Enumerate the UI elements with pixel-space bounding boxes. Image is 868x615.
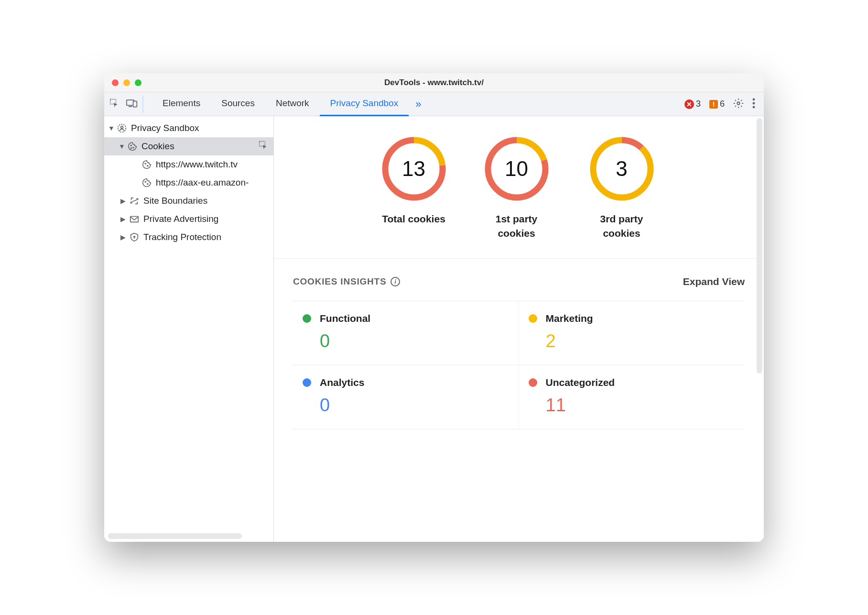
insights-title: COOKIES INSIGHTS i bbox=[293, 276, 400, 287]
chevron-right-icon: ▶ bbox=[120, 233, 127, 241]
main-panel: 13Total cookies101st party cookies33rd p… bbox=[274, 116, 764, 542]
insights-grid: Functional0Marketing2Analytics0Uncategor… bbox=[293, 301, 745, 429]
warnings-badge[interactable]: ! 6 bbox=[709, 99, 725, 109]
cookie-icon bbox=[141, 159, 152, 170]
svg-point-14 bbox=[147, 165, 148, 166]
summary-value: 3 bbox=[588, 135, 655, 202]
svg-point-9 bbox=[130, 145, 131, 146]
sidebar: ▼ Privacy Sandbox ▼ Cookies bbox=[104, 116, 274, 542]
insight-header: Analytics bbox=[303, 377, 509, 388]
shield-icon bbox=[129, 232, 140, 242]
svg-rect-0 bbox=[110, 99, 116, 104]
chevron-down-icon: ▼ bbox=[108, 124, 115, 132]
summary-ring: 3 bbox=[588, 135, 655, 202]
summary-label: Total cookies bbox=[382, 212, 445, 226]
sidebar-item-cookie-origin[interactable]: https://aax-eu.amazon- bbox=[104, 174, 273, 192]
sidebar-horizontal-scrollbar[interactable] bbox=[108, 533, 242, 539]
summary-item: 33rd party cookies bbox=[586, 135, 658, 241]
summary-ring: 13 bbox=[380, 135, 447, 202]
sidebar-item-cookies[interactable]: ▼ Cookies bbox=[104, 137, 273, 155]
summary-value: 10 bbox=[483, 135, 550, 202]
sidebar-item-cookie-origin[interactable]: https://www.twitch.tv bbox=[104, 155, 273, 174]
sidebar-item-label: https://aax-eu.amazon- bbox=[156, 177, 249, 188]
devtools-window: DevTools - www.twitch.tv/ Elements Sourc… bbox=[104, 73, 764, 542]
svg-point-5 bbox=[753, 102, 755, 104]
insight-cell[interactable]: Marketing2 bbox=[519, 301, 745, 365]
insight-label: Analytics bbox=[320, 377, 364, 388]
device-toggle-icon[interactable] bbox=[126, 99, 138, 110]
svg-point-17 bbox=[130, 202, 132, 203]
svg-point-4 bbox=[753, 98, 755, 100]
svg-point-10 bbox=[133, 147, 134, 148]
svg-point-8 bbox=[121, 126, 123, 129]
sidebar-item-label: Private Advertising bbox=[143, 214, 218, 224]
chevron-right-icon: ▶ bbox=[120, 197, 127, 205]
body: ▼ Privacy Sandbox ▼ Cookies bbox=[104, 116, 764, 542]
insight-header: Functional bbox=[303, 313, 509, 324]
info-icon[interactable]: i bbox=[391, 277, 400, 286]
site-boundaries-icon bbox=[129, 196, 140, 206]
svg-point-15 bbox=[145, 181, 146, 182]
insight-count: 2 bbox=[546, 331, 736, 351]
category-dot-icon bbox=[303, 314, 311, 323]
tab-privacy-sandbox[interactable]: Privacy Sandbox bbox=[320, 92, 409, 116]
sidebar-item-label: https://www.twitch.tv bbox=[156, 159, 238, 170]
svg-point-11 bbox=[130, 148, 131, 149]
window-title: DevTools - www.twitch.tv/ bbox=[104, 78, 764, 88]
tab-network[interactable]: Network bbox=[265, 92, 320, 116]
svg-point-6 bbox=[753, 106, 755, 108]
summary-item: 13Total cookies bbox=[380, 135, 447, 241]
settings-icon[interactable] bbox=[733, 98, 744, 110]
expand-view-button[interactable]: Expand View bbox=[683, 276, 745, 287]
sidebar-item-label: Privacy Sandbox bbox=[131, 123, 199, 133]
vertical-scrollbar[interactable] bbox=[757, 118, 762, 373]
titlebar: DevTools - www.twitch.tv/ bbox=[104, 73, 764, 92]
insight-count: 0 bbox=[320, 395, 509, 416]
tabs-overflow-button[interactable]: » bbox=[409, 98, 428, 110]
sidebar-item-private-advertising[interactable]: ▶ Private Advertising bbox=[104, 210, 273, 228]
chevron-right-icon: ▶ bbox=[120, 215, 127, 223]
sidebar-item-label: Tracking Protection bbox=[143, 232, 221, 242]
insight-cell[interactable]: Functional0 bbox=[293, 301, 519, 365]
svg-point-18 bbox=[137, 198, 138, 200]
tab-elements[interactable]: Elements bbox=[152, 92, 211, 116]
insight-cell[interactable]: Uncategorized11 bbox=[519, 365, 745, 429]
insights-header: COOKIES INSIGHTS i Expand View bbox=[293, 276, 745, 287]
cookie-summary-row: 13Total cookies101st party cookies33rd p… bbox=[274, 116, 764, 259]
category-dot-icon bbox=[303, 378, 311, 387]
error-icon: ✕ bbox=[684, 99, 694, 109]
errors-badge[interactable]: ✕ 3 bbox=[684, 99, 701, 109]
toolbar: Elements Sources Network Privacy Sandbox… bbox=[104, 92, 764, 116]
inspect-element-icon[interactable] bbox=[109, 99, 119, 110]
insight-label: Functional bbox=[320, 313, 370, 324]
sidebar-item-label: Cookies bbox=[141, 141, 174, 152]
toolbar-right: ✕ 3 ! 6 bbox=[684, 98, 759, 110]
sidebar-item-label: Site Boundaries bbox=[143, 196, 207, 206]
insights-title-text: COOKIES INSIGHTS bbox=[293, 276, 386, 287]
category-dot-icon bbox=[529, 378, 537, 387]
sidebar-item-site-boundaries[interactable]: ▶ Site Boundaries bbox=[104, 192, 273, 210]
cookies-insights: COOKIES INSIGHTS i Expand View Functiona… bbox=[274, 259, 764, 439]
chevron-down-icon: ▼ bbox=[119, 143, 125, 150]
insight-count: 0 bbox=[320, 331, 509, 351]
toolbar-left-icons bbox=[109, 96, 143, 113]
summary-item: 101st party cookies bbox=[481, 135, 553, 241]
filter-icon[interactable] bbox=[258, 141, 269, 153]
warnings-count: 6 bbox=[720, 99, 725, 109]
tab-sources[interactable]: Sources bbox=[211, 92, 265, 116]
svg-rect-2 bbox=[133, 101, 137, 107]
errors-count: 3 bbox=[696, 99, 701, 109]
cookie-icon bbox=[141, 177, 152, 188]
summary-value: 13 bbox=[380, 135, 447, 202]
category-dot-icon bbox=[529, 314, 537, 323]
insight-header: Uncategorized bbox=[529, 377, 736, 388]
sidebar-item-tracking-protection[interactable]: ▶ Tracking Protection bbox=[104, 228, 273, 246]
mail-icon bbox=[129, 214, 140, 224]
svg-point-13 bbox=[145, 163, 146, 164]
insight-label: Uncategorized bbox=[546, 377, 615, 388]
cookie-icon bbox=[127, 141, 138, 152]
insight-cell[interactable]: Analytics0 bbox=[293, 365, 519, 429]
svg-point-16 bbox=[147, 184, 148, 185]
kebab-menu-icon[interactable] bbox=[752, 98, 755, 110]
sidebar-item-privacy-sandbox[interactable]: ▼ Privacy Sandbox bbox=[104, 119, 273, 137]
